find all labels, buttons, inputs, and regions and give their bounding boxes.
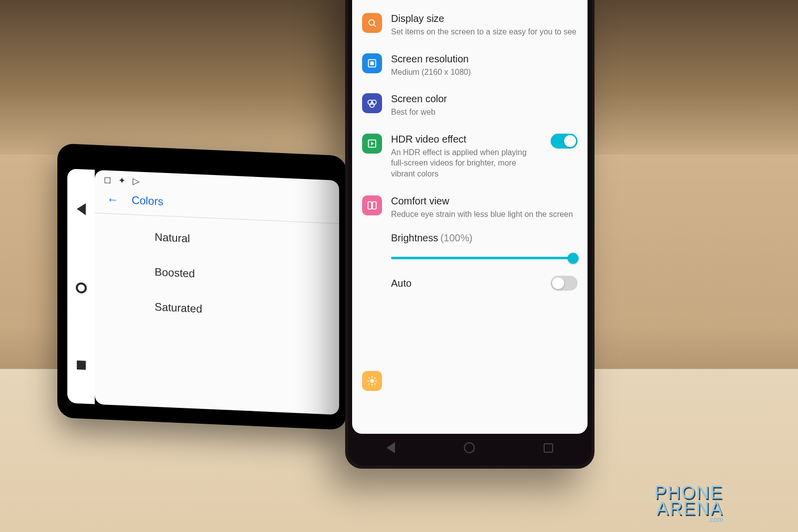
lg-phone: App scaling Display size Set items on th…	[345, 0, 595, 469]
play-icon: ▷	[133, 176, 140, 187]
brightness-slider[interactable]	[391, 251, 576, 266]
back-arrow-icon[interactable]: ←	[107, 192, 119, 207]
right-nav-bar	[352, 435, 588, 461]
screen-color-title: Screen color	[391, 93, 578, 105]
nav-home-icon[interactable]	[76, 282, 87, 294]
svg-line-19	[369, 383, 370, 384]
brightness-percent: (100%)	[440, 232, 472, 243]
display-size-title: Display size	[391, 13, 578, 24]
comfort-sub: Reduce eye strain with less blue light o…	[391, 209, 578, 220]
brightness-block: Brightness (100%)	[352, 227, 588, 268]
color-options-list: Natural Boosted Saturated	[95, 213, 339, 337]
resolution-title: Screen resolution	[391, 53, 578, 65]
svg-line-18	[375, 383, 376, 384]
photos-icon: ✦	[118, 175, 126, 186]
nav-back-icon[interactable]	[77, 203, 86, 215]
svg-line-17	[369, 377, 370, 378]
hdr-toggle[interactable]	[551, 134, 578, 149]
left-screen: ◻ ✦ ▷ ← Colors Natural Boosted Saturated	[95, 170, 339, 415]
row-screen-resolution[interactable]: Screen resolution Medium (2160 x 1080)	[352, 45, 588, 86]
screen-color-sub: Best for web	[391, 107, 578, 118]
display-size-sub: Set items on the screen to a size easy f…	[391, 26, 578, 37]
gmail-icon: ◻	[104, 174, 111, 185]
comfort-view-icon	[362, 195, 382, 215]
brightness-thumb[interactable]	[568, 253, 579, 264]
display-settings-list[interactable]: App scaling Display size Set items on th…	[352, 0, 588, 434]
comfort-title: Comfort view	[391, 195, 578, 207]
row-display-size[interactable]: Display size Set items on the screen to …	[352, 5, 588, 45]
pixel-phone: ◻ ✦ ▷ ← Colors Natural Boosted Saturated	[57, 143, 347, 430]
svg-rect-4	[370, 61, 374, 65]
svg-marker-9	[371, 142, 374, 145]
nav-back-icon[interactable]	[387, 442, 395, 453]
screen-title: Colors	[132, 194, 164, 208]
svg-point-12	[370, 379, 374, 382]
display-size-icon	[362, 13, 382, 33]
auto-label: Auto	[391, 278, 411, 289]
svg-line-2	[374, 24, 376, 27]
right-screen: App scaling Display size Set items on th…	[352, 0, 588, 434]
row-screen-color[interactable]: Screen color Best for web	[352, 85, 588, 126]
phonearena-watermark: PHONE ARENA .com	[654, 485, 723, 523]
row-hdr[interactable]: HDR video effect An HDR effect is applie…	[352, 126, 588, 187]
row-auto-brightness[interactable]: Auto	[352, 268, 588, 295]
brightness-label: Brightness	[391, 232, 438, 243]
brightness-icon	[362, 371, 382, 391]
hdr-icon	[362, 134, 382, 154]
nav-recent-icon[interactable]	[77, 360, 86, 370]
left-nav-bar	[67, 169, 95, 404]
svg-line-20	[375, 377, 376, 378]
row-comfort-view[interactable]: Comfort view Reduce eye strain with less…	[352, 187, 588, 228]
resolution-icon	[362, 53, 382, 73]
nav-home-icon[interactable]	[464, 442, 475, 453]
svg-rect-11	[373, 201, 376, 209]
resolution-sub: Medium (2160 x 1080)	[391, 67, 578, 78]
hdr-sub: An HDR effect is applied when playing fu…	[391, 147, 539, 179]
hdr-title: HDR video effect	[391, 134, 539, 145]
nav-recent-icon[interactable]	[544, 443, 553, 453]
svg-rect-10	[368, 201, 372, 209]
auto-toggle[interactable]	[551, 276, 578, 291]
row-app-scaling[interactable]: App scaling	[352, 0, 588, 5]
screen-color-icon	[362, 93, 382, 113]
